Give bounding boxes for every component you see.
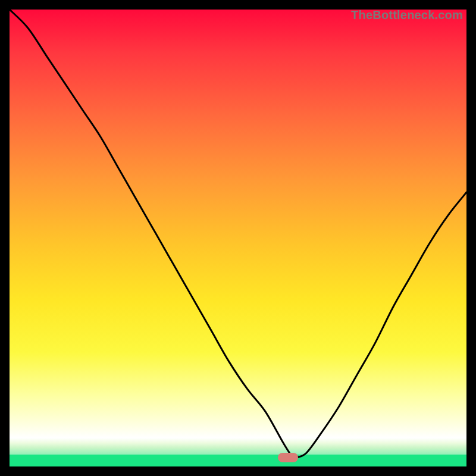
watermark-text: TheBottleneck.com <box>351 8 463 22</box>
plot-area <box>10 10 466 466</box>
bottleneck-curve <box>10 10 466 466</box>
optimum-marker <box>278 453 298 462</box>
chart-frame: TheBottleneck.com <box>0 0 476 476</box>
